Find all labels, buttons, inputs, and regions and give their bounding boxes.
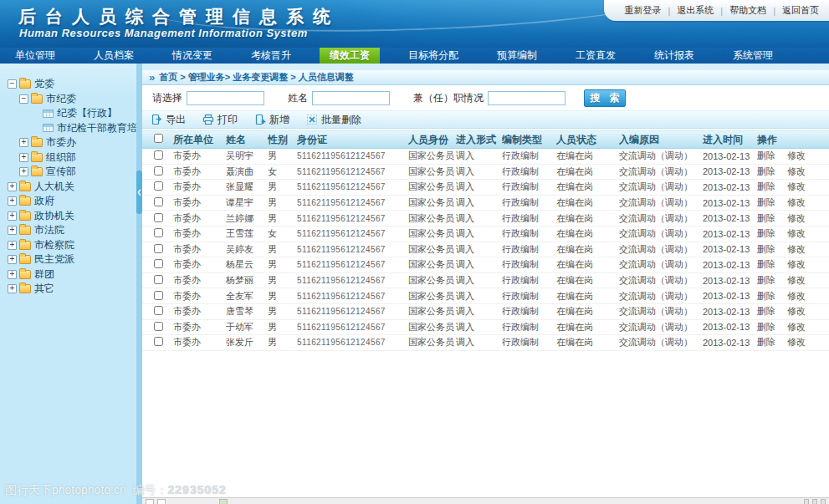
edit-link[interactable]: 修改 <box>787 322 806 332</box>
expand-toggle-icon[interactable]: + <box>19 167 28 176</box>
edit-link[interactable]: 修改 <box>787 228 806 238</box>
tree-item[interactable]: +群团 <box>0 267 136 283</box>
row-checkbox[interactable] <box>154 322 163 331</box>
expand-toggle-icon[interactable]: + <box>8 226 17 235</box>
name-filter-label: 姓名 <box>288 91 308 105</box>
menu-item-10[interactable]: 系统管理 <box>723 48 783 64</box>
expand-toggle-icon[interactable]: + <box>8 284 17 293</box>
row-checkbox[interactable] <box>154 306 163 315</box>
tree-item[interactable]: −党委 <box>0 77 136 92</box>
expand-toggle-icon[interactable]: + <box>8 270 17 279</box>
tree-item[interactable]: +政协机关 <box>0 209 136 224</box>
tree-item[interactable]: +人大机关 <box>0 180 136 195</box>
tree-item-label: 民主党派 <box>34 252 74 267</box>
edit-link[interactable]: 修改 <box>787 306 806 316</box>
edit-link[interactable]: 修改 <box>787 337 806 347</box>
collapse-toggle-icon[interactable]: − <box>8 79 17 89</box>
delete-link[interactable]: 删除 <box>757 322 775 332</box>
expand-toggle-icon[interactable]: + <box>8 211 17 221</box>
row-checkbox[interactable] <box>154 259 163 268</box>
pagination-bar[interactable] <box>142 497 829 504</box>
row-checkbox[interactable] <box>154 213 163 222</box>
tree-item[interactable]: +市纪检干部教育培训中心 <box>0 121 136 136</box>
search-button[interactable]: 搜 索 <box>584 89 626 107</box>
cell-date: 2013-02-13 <box>703 244 757 254</box>
add-icon <box>254 114 266 125</box>
menu-item-3[interactable]: 情况变更 <box>162 48 223 64</box>
back-home-link[interactable]: 返回首页 <box>782 4 819 17</box>
cell-identity: 国家公务员 <box>408 243 456 256</box>
tree-item[interactable]: +民主党派 <box>0 252 136 267</box>
relogin-link[interactable]: 重新登录 <box>624 4 661 17</box>
name-filter-input[interactable] <box>312 91 390 105</box>
edit-link[interactable]: 修改 <box>787 259 806 269</box>
row-checkbox[interactable] <box>154 228 163 237</box>
delete-link[interactable]: 删除 <box>757 291 775 301</box>
row-checkbox[interactable] <box>154 197 163 206</box>
row-checkbox[interactable] <box>154 291 163 300</box>
expand-toggle-icon[interactable]: + <box>8 255 17 264</box>
delete-link[interactable]: 删除 <box>757 306 775 316</box>
expand-toggle-icon[interactable]: + <box>8 182 17 191</box>
tree-item[interactable]: +市法院 <box>0 223 136 238</box>
edit-link[interactable]: 修改 <box>787 244 806 254</box>
tree-item[interactable]: +纪委【行政】 <box>0 106 136 121</box>
sidebar-collapse-handle[interactable]: ❮ <box>136 171 142 214</box>
tree-item[interactable]: +宣传部 <box>0 165 136 180</box>
column-header: 进入时间 <box>703 133 757 147</box>
menu-item-5[interactable]: 绩效工资 <box>320 48 380 64</box>
row-checkbox[interactable] <box>154 150 163 160</box>
edit-link[interactable]: 修改 <box>787 197 806 207</box>
edit-link[interactable]: 修改 <box>787 181 806 191</box>
row-checkbox[interactable] <box>154 166 163 176</box>
logout-link[interactable]: 退出系统 <box>677 4 714 17</box>
collapse-toggle-icon[interactable]: − <box>19 94 28 104</box>
edit-link[interactable]: 修改 <box>787 213 806 223</box>
menu-item-2[interactable]: 人员档案 <box>84 48 144 64</box>
help-doc-link[interactable]: 帮助文档 <box>729 4 766 17</box>
menu-item-4[interactable]: 考核晋升 <box>241 48 301 64</box>
row-checkbox[interactable] <box>154 244 163 253</box>
expand-toggle-icon[interactable]: + <box>8 196 17 206</box>
row-checkbox[interactable] <box>154 337 163 346</box>
tree-item[interactable]: −市纪委 <box>0 92 136 107</box>
edit-link[interactable]: 修改 <box>787 166 806 176</box>
print-button[interactable]: 打印 <box>202 113 238 127</box>
menu-item-8[interactable]: 工资直发 <box>565 48 626 64</box>
row-checkbox[interactable] <box>154 181 163 191</box>
tree-item[interactable]: +其它 <box>0 282 136 297</box>
tree-item[interactable]: +组织部 <box>0 150 136 165</box>
row-checkbox[interactable] <box>154 275 163 284</box>
edit-link[interactable]: 修改 <box>787 150 806 160</box>
select-filter-input[interactable] <box>187 91 264 105</box>
delete-link[interactable]: 删除 <box>757 166 775 176</box>
delete-link[interactable]: 删除 <box>757 275 775 285</box>
expand-toggle-icon[interactable]: + <box>8 241 17 250</box>
delete-link[interactable]: 删除 <box>757 259 775 269</box>
menu-item-1[interactable]: 单位管理 <box>5 48 65 64</box>
position-filter-input[interactable] <box>488 91 565 105</box>
delete-link[interactable]: 删除 <box>757 228 775 238</box>
add-button[interactable]: 新增 <box>254 113 289 127</box>
edit-link[interactable]: 修改 <box>787 291 806 301</box>
edit-link[interactable]: 修改 <box>787 275 806 285</box>
expand-toggle-icon[interactable]: + <box>19 138 28 147</box>
delete-link[interactable]: 删除 <box>757 244 775 254</box>
tree-item[interactable]: +市委办 <box>0 135 136 150</box>
select-all-checkbox[interactable] <box>154 134 163 143</box>
cell-unit: 市委办 <box>173 227 226 240</box>
batch-delete-button[interactable]: 批量删除 <box>306 113 361 127</box>
delete-link[interactable]: 删除 <box>757 213 775 223</box>
menu-item-7[interactable]: 预算编制 <box>487 48 547 64</box>
delete-link[interactable]: 删除 <box>757 181 775 191</box>
expand-toggle-icon[interactable]: + <box>19 153 28 162</box>
delete-link[interactable]: 删除 <box>757 197 775 207</box>
menu-item-9[interactable]: 统计报表 <box>644 48 704 64</box>
delete-link[interactable]: 删除 <box>757 337 775 347</box>
cell-gender: 男 <box>268 305 297 318</box>
export-button[interactable]: 导出 <box>151 113 186 127</box>
tree-item[interactable]: +政府 <box>0 194 136 209</box>
menu-item-6[interactable]: 目标将分配 <box>398 48 468 64</box>
delete-link[interactable]: 删除 <box>757 150 775 160</box>
tree-item[interactable]: +市检察院 <box>0 238 136 253</box>
